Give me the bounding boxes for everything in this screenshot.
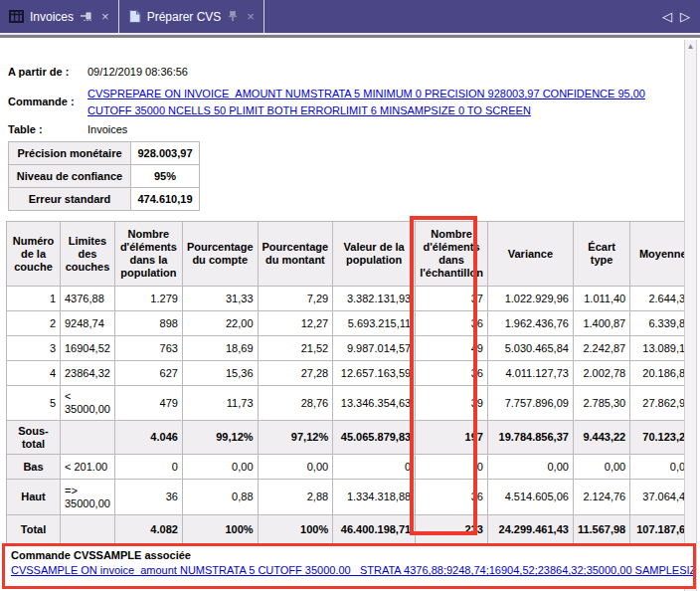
cell: 1.334.318,88 [333,480,416,515]
from-label: A partir de : [8,66,69,78]
stratum-limit: 23864,32 [61,361,115,386]
col-header: Pourcentage du compte [182,222,258,287]
tabbar-spacer [264,0,662,33]
cell: 15,36 [182,361,258,386]
cvssample-command-box: Commande CVSSAMPLE associée CVSSAMPLE ON… [2,543,696,589]
cell [61,421,115,455]
cell: 0,00 [258,455,333,480]
cell: 627 [114,361,182,386]
tab-scroll-right-icon[interactable]: ▷ [680,9,690,24]
tab-preparer-cvs-label: Préparer CVS [147,10,222,24]
cell: 197 [416,421,488,455]
table-row: 2 9248,74 898 22,00 12,27 5.693.215,11 3… [7,311,696,336]
cell: 1.022.929,96 [487,287,573,311]
cell: 2,88 [258,480,333,515]
close-icon[interactable]: × [101,10,109,23]
cell: 4.082 [114,515,182,545]
tab-invoices-label: Invoices [30,10,74,24]
cell: 31,33 [182,287,258,311]
cell: < 201.00 [61,455,115,480]
cell: 9.987.014,57 [333,336,416,361]
cell [61,515,115,545]
col-header: Numéro de la couche [7,222,61,287]
stratum-number: 2 [7,311,61,336]
table-row: 3 16904,52 763 18,69 21,52 9.987.014,57 … [7,336,696,361]
cell: 12,27 [258,311,333,336]
cell: 4.011.127,73 [487,361,573,386]
table-row: Erreur standard 474.610,19 [9,188,200,211]
from-value: 09/12/2019 08:36:56 [88,66,188,78]
cell: 22,00 [182,311,258,336]
col-header: Écart type [573,222,629,287]
cell: 45.065.879,83 [333,421,416,455]
cell: 36 [114,480,182,515]
cell: 2.242,87 [573,336,629,361]
tab-invoices[interactable]: Invoices × [0,0,118,33]
stratum-number: 5 [7,386,61,421]
cell: 479 [114,386,182,421]
summary-value: 474.610,19 [131,188,200,211]
cell: 0 [333,455,416,480]
cell: 46.400.198,71 [333,515,416,545]
cell: 19.784.856,37 [487,421,573,455]
cell: 0 [114,455,182,480]
cell: 4.046 [114,421,182,455]
stratum-limit: 4376,88 [61,287,115,311]
col-header: Limites des couches [61,222,115,287]
col-header: Nombre d'éléments dans la population [114,222,182,287]
cell: 7.757.896,09 [487,386,573,421]
cell: 2.002,78 [573,361,629,386]
table-row: 1 4376,88 1.279 31,33 7,29 3.382.131,93 … [7,287,696,311]
pin-icon[interactable] [80,11,93,23]
command-label: Commande : [8,96,75,107]
cell: 1.962.436,76 [487,311,573,336]
command-link-wrap: CVSPREPARE ON INVOICE_AMOUNT NUMSTRATA 5… [88,85,662,118]
vertical-scrollbar[interactable]: ▲ [684,40,697,591]
strata-table: Numéro de la couche Limites des couches … [6,221,696,545]
table-icon [9,10,24,23]
row-label: Haut [7,480,61,515]
cell: 100% [258,515,333,545]
cell: 0,00 [487,455,573,480]
cell: 12.657.163,59 [333,361,416,386]
cell: 0,00 [573,455,629,480]
stratum-number: 4 [7,361,61,386]
summary-table: Précision monétaire 928.003,97 Niveau de… [8,141,200,211]
tabbar-divider [0,33,700,40]
cell: 5.693.215,11 [333,311,416,336]
cell: 0,88 [182,480,258,515]
cell: 99,12% [182,421,258,455]
cell: 49 [416,336,488,361]
total-row: Total 4.082 100% 100% 46.400.198,71 233 … [7,515,696,545]
cell: 898 [114,311,182,336]
row-label: Sous-total [7,421,61,455]
cell: 763 [114,336,182,361]
cell: 11.567,98 [573,515,629,545]
tab-preparer-cvs[interactable]: Préparer CVS × [119,0,263,33]
close-icon[interactable]: × [247,10,255,23]
cell: 37 [416,287,488,311]
cvsprepare-command-link[interactable]: CVSPREPARE ON INVOICE_AMOUNT NUMSTRATA 5… [88,88,645,116]
table-row: Précision monétaire 928.003,97 [9,142,200,165]
stratum-number: 1 [7,287,61,311]
col-header: Valeur de la population [333,222,416,287]
cell: 0 [416,455,488,480]
cell: 18,69 [182,336,258,361]
cvssample-command-link[interactable]: CVSSAMPLE ON invoice_amount NUMSTRATA 5 … [11,564,687,576]
cell: 39 [416,386,488,421]
cell: 21,52 [258,336,333,361]
cell: 28,76 [258,386,333,421]
cell: 7,29 [258,287,333,311]
tab-scroll-left-icon[interactable]: ◁ [662,9,672,24]
low-bound-row: Bas < 201.00 0 0,00 0,00 0 0 0,00 0,00 0… [7,455,696,480]
cell: 5.030.465,84 [487,336,573,361]
cell: 1.279 [114,287,182,311]
table-row: 4 23864,32 627 15,36 27,28 12.657.163,59… [7,361,696,386]
stratum-limit: 9248,74 [61,311,115,336]
cell: 4.514.605,06 [487,480,573,515]
table-label: Table : [8,123,43,135]
summary-value: 928.003,97 [131,142,200,165]
scroll-up-icon[interactable]: ▲ [685,40,696,54]
subtotal-row: Sous-total 4.046 99,12% 97,12% 45.065.87… [7,421,696,455]
pin-icon-pinned[interactable] [227,10,239,23]
